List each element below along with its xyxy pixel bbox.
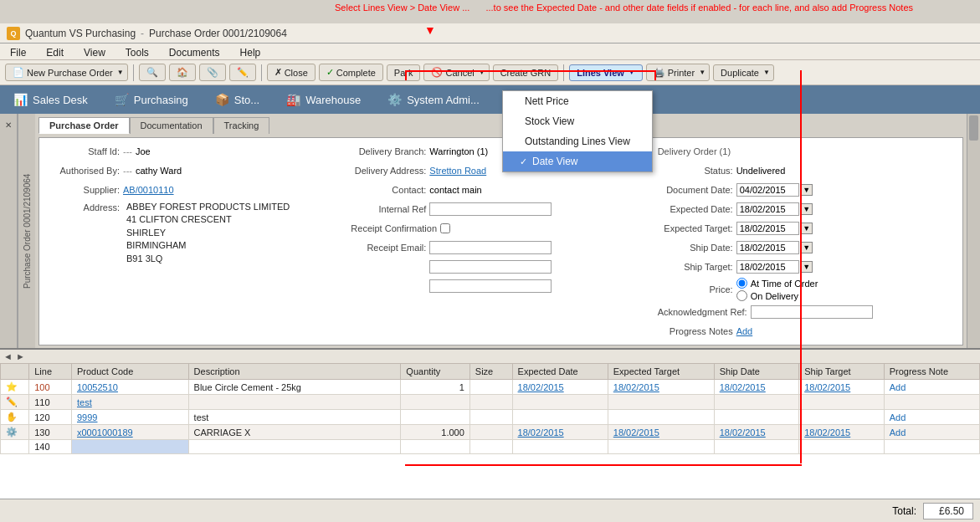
exp-date-calendar[interactable]: ▼: [801, 203, 813, 215]
park-button[interactable]: Park: [387, 64, 421, 81]
toolbar-sep-3: [563, 64, 564, 81]
row-ship-date[interactable]: 18/02/2015: [714, 425, 799, 440]
menu-tools[interactable]: Tools: [122, 45, 152, 58]
park-label: Park: [394, 68, 413, 78]
menu-view[interactable]: View: [80, 45, 109, 58]
row-product-code[interactable]: test: [72, 395, 189, 410]
tab-documentation[interactable]: Documentation: [130, 117, 213, 134]
new-po-label: New Purchase Order: [27, 68, 113, 78]
search-button[interactable]: 🔍: [139, 64, 166, 81]
attach-button[interactable]: 📎: [199, 64, 226, 81]
form-area: Purchase Order Documentation Tracking St…: [35, 114, 967, 348]
tab-purchase-order[interactable]: Purchase Order: [38, 117, 130, 134]
cancel-button[interactable]: 🚫 Cancel ▼: [423, 64, 489, 81]
printer-button[interactable]: 🖨️ Printer ▼: [646, 64, 710, 81]
address-block: ABBEY FOREST PRODUCTS LIMITED 41 CLIFTON…: [126, 201, 290, 265]
nav-purchasing[interactable]: 🛒 Purchasing: [101, 85, 202, 114]
extra-input-2[interactable]: [429, 279, 552, 293]
scrollbar-thumb[interactable]: [969, 115, 978, 141]
lines-view-button[interactable]: Lines View ▼: [569, 64, 643, 81]
date-view-check: ✓: [520, 156, 527, 167]
row-expected-target[interactable]: 18/02/2015: [608, 425, 714, 440]
menu-help[interactable]: Help: [237, 45, 264, 58]
row-ship-target[interactable]: 18/02/2015: [799, 380, 885, 395]
row-product-code[interactable]: 10052510: [72, 380, 189, 395]
menu-item-outstanding[interactable]: Outstanding Lines View: [503, 131, 652, 151]
ship-date-calendar[interactable]: ▼: [801, 242, 813, 253]
new-row-product-input[interactable]: [73, 442, 187, 452]
progress-notes-add-link[interactable]: Add: [736, 326, 753, 336]
row-quantity: [401, 410, 469, 425]
home-button[interactable]: 🏠: [169, 64, 196, 81]
row-description: CARRIAGE X: [188, 425, 401, 440]
row-progress-note[interactable]: Add: [884, 380, 979, 395]
delivery-address-link[interactable]: Stretton Road: [429, 166, 486, 176]
row-line: 120: [29, 410, 72, 425]
price-radio-group: At Time of Order On Delivery: [736, 278, 818, 301]
expected-date-row: Expected Date: 18/02/2015 ▼: [658, 201, 957, 218]
new-purchase-order-button[interactable]: 📄 New Purchase Order ▼: [5, 64, 128, 81]
exp-target-value: 18/02/2015: [736, 222, 799, 235]
supplier-link[interactable]: AB/0010110: [123, 185, 174, 195]
ship-target-value: 18/02/2015: [736, 260, 799, 274]
price-at-time-radio[interactable]: [736, 278, 747, 289]
extra-input-1[interactable]: [429, 260, 552, 274]
menu-edit[interactable]: Edit: [43, 45, 67, 58]
nav-stock[interactable]: 📦 Sto...: [202, 85, 273, 114]
doc-title: Purchase Order 0001/2109064: [149, 28, 287, 39]
sales-desk-label: Sales Desk: [33, 94, 88, 106]
row-product-code[interactable]: 9999: [72, 410, 189, 425]
ship-target-calendar[interactable]: ▼: [801, 261, 813, 273]
row-ship-target[interactable]: 18/02/2015: [799, 425, 885, 440]
purchasing-icon: 🛒: [115, 93, 129, 106]
internal-ref-label: Internal Ref: [351, 204, 426, 214]
internal-ref-input[interactable]: [429, 202, 552, 216]
receipt-email-row: Receipt Email:: [351, 239, 650, 256]
price-on-delivery-radio[interactable]: [736, 290, 747, 301]
nav-right-arrow[interactable]: ►: [16, 351, 25, 361]
row-expected-target[interactable]: 18/02/2015: [608, 380, 714, 395]
tab-tracking[interactable]: Tracking: [213, 117, 270, 134]
row-expected-date[interactable]: 18/02/2015: [512, 425, 608, 440]
receipt-confirmation-checkbox[interactable]: [440, 223, 450, 233]
table-row: ⚙️ 130 x0001000189 CARRIAGE X 1.000 18/0…: [1, 425, 980, 440]
row-product-code-input-cell[interactable]: [72, 440, 189, 454]
row-product-code[interactable]: x0001000189: [72, 425, 189, 440]
menu-item-date-view[interactable]: ✓ Date View: [503, 151, 652, 171]
sidebar-close-icon[interactable]: ✕: [1, 117, 16, 132]
row-expected-date: [512, 440, 608, 454]
date-view-label: Date View: [532, 156, 577, 167]
row-progress-note[interactable]: Add: [884, 425, 979, 440]
row-expected-date[interactable]: 18/02/2015: [512, 380, 608, 395]
tab-bar: Purchase Order Documentation Tracking: [38, 117, 963, 134]
po-label-text: Purchase Order 0001/2109064: [23, 173, 32, 288]
row-ship-date[interactable]: 18/02/2015: [714, 380, 799, 395]
edit-button[interactable]: ✏️: [229, 64, 256, 81]
menu-item-stock-view[interactable]: Stock View: [503, 111, 652, 131]
right-scrollbar[interactable]: [967, 114, 980, 348]
nav-system-admin[interactable]: ⚙️ System Admi...: [374, 85, 493, 114]
stock-view-label: Stock View: [525, 115, 574, 127]
nav-sales-desk[interactable]: 📊 Sales Desk: [0, 85, 101, 114]
doc-date-calendar[interactable]: ▼: [801, 184, 813, 196]
row-expected-target: [608, 410, 714, 425]
menu-item-nett-price[interactable]: Nett Price: [503, 91, 652, 111]
row-icon-gear: ⚙️: [6, 427, 18, 437]
complete-button[interactable]: ✓ Complete: [319, 64, 383, 81]
menu-documents[interactable]: Documents: [166, 45, 223, 58]
exp-target-calendar[interactable]: ▼: [801, 223, 813, 234]
ack-ref-input[interactable]: [751, 305, 873, 319]
annotation-arrow-left: ▼: [424, 23, 436, 37]
row-progress-note[interactable]: Add: [884, 410, 979, 425]
nav-warehouse[interactable]: 🏭 Warehouse: [273, 85, 374, 114]
duplicate-button[interactable]: Duplicate ▼: [713, 64, 774, 81]
close-button[interactable]: ✗ Close: [267, 64, 316, 81]
create-grn-button[interactable]: Create GRN: [493, 64, 559, 81]
tab-po-label: Purchase Order: [49, 120, 119, 130]
menu-file[interactable]: File: [7, 45, 29, 58]
row-expected-target: [608, 395, 714, 410]
receipt-email-input[interactable]: [429, 241, 552, 254]
toolbar-sep-1: [133, 64, 134, 81]
nav-left-arrow[interactable]: ◄: [3, 351, 13, 361]
row-expected-target: [608, 440, 714, 454]
